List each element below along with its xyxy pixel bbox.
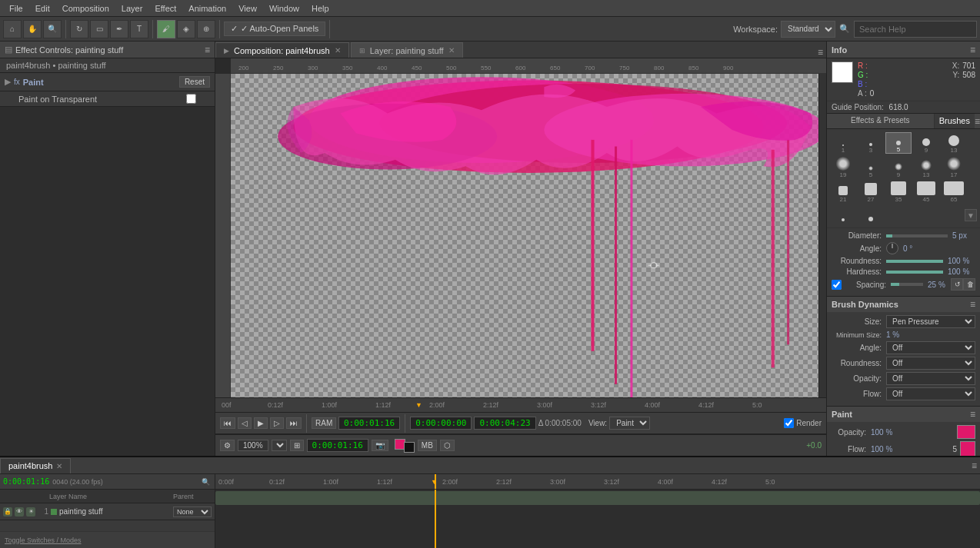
dyn-flow-select[interactable]: Off <box>886 387 975 400</box>
ram-preview-btn[interactable]: RAM <box>312 417 336 429</box>
view-select[interactable]: Paint <box>609 417 650 430</box>
eraser-tool-btn[interactable]: ◈ <box>177 20 195 38</box>
next-frame-btn[interactable]: ▷ <box>270 417 284 429</box>
brush-small-2[interactable] <box>858 206 884 221</box>
timeline-menu-btn[interactable]: ≡ <box>972 460 977 471</box>
spacing-slider[interactable] <box>891 283 923 286</box>
zoom-select[interactable] <box>272 440 287 451</box>
menu-layer[interactable]: Layer <box>115 2 149 15</box>
rect-tool-btn[interactable]: ▭ <box>90 20 108 38</box>
first-frame-btn[interactable]: ⏮ <box>220 417 235 429</box>
prev-frame-btn[interactable]: ◁ <box>238 417 252 429</box>
snapshot-btn[interactable]: 📷 <box>372 440 388 451</box>
menu-file[interactable]: File <box>3 2 29 15</box>
spacing-checkbox[interactable] <box>832 280 842 290</box>
layer-vis-btn[interactable]: 👁 <box>15 507 24 516</box>
layer-lock-btn[interactable]: 🔒 <box>3 507 12 516</box>
brush-21[interactable]: 21 <box>830 181 856 203</box>
panel-options-btn[interactable]: ≡ <box>818 47 823 58</box>
paint-color-swatch[interactable] <box>957 425 975 439</box>
tl-search-btn[interactable]: 🔍 <box>199 476 212 488</box>
comp-settings-btn[interactable]: ⚙ <box>220 440 235 451</box>
layer-parent-select[interactable]: None <box>173 506 212 517</box>
brush-tool-btn[interactable]: 🖌 <box>157 20 175 38</box>
auto-open-btn[interactable]: ✓ ✓ Auto-Open Panels <box>224 22 325 36</box>
comp-tab-active[interactable]: ▶ Composition: paint4brush ✕ <box>215 42 349 58</box>
current-timecode[interactable]: 0:00:01:16 <box>338 417 400 430</box>
home-tool-btn[interactable]: ⌂ <box>3 20 22 38</box>
brush-3[interactable]: 3 <box>858 132 884 154</box>
toggle-label[interactable]: Toggle Switches / Modes <box>5 536 82 544</box>
menu-effect[interactable]: Effect <box>148 2 182 15</box>
draft-btn[interactable]: ⬡ <box>440 440 455 451</box>
pen-tool-btn[interactable]: ✒ <box>110 20 128 38</box>
zoom-tool-btn[interactable]: 🔍 <box>43 20 62 38</box>
menu-help[interactable]: Help <box>305 2 335 15</box>
layer-track-bar[interactable] <box>215 491 980 505</box>
brush-13-soft[interactable]: 13 <box>913 157 939 178</box>
spacing-delete-btn[interactable]: 🗑 <box>963 278 975 291</box>
comp-tab-close[interactable]: ✕ <box>335 46 341 55</box>
playhead[interactable] <box>435 474 436 489</box>
brush-1[interactable]: 1 <box>830 132 856 154</box>
paint-on-transparent-checkbox[interactable] <box>186 94 196 104</box>
layer-tab[interactable]: ⊞ Layer: painting stuff ✕ <box>351 42 463 58</box>
roundness-slider[interactable] <box>886 260 943 263</box>
clone-tool-btn[interactable]: ⊕ <box>197 20 215 38</box>
dynamics-menu-btn[interactable]: ≡ <box>970 299 975 310</box>
reset-button[interactable]: Reset <box>179 76 210 88</box>
brush-19-soft[interactable]: 19 <box>830 157 856 178</box>
info-menu-btn[interactable]: ≡ <box>970 45 975 55</box>
brush-27[interactable]: 27 <box>858 181 884 203</box>
search-help-input[interactable] <box>854 21 977 38</box>
hand-tool-btn[interactable]: ✋ <box>23 20 42 38</box>
paint-header[interactable]: Paint ≡ <box>827 407 980 422</box>
render-checkbox[interactable] <box>784 418 794 428</box>
dyn-opacity-select[interactable]: Off <box>886 372 975 385</box>
workspace-select[interactable]: Standard <box>781 21 835 38</box>
spacing-reset-btn[interactable]: ↺ <box>951 278 963 291</box>
expand-icon[interactable]: ▶ <box>5 77 11 87</box>
layer-tab-close[interactable]: ✕ <box>448 46 455 55</box>
viewer-vscroll[interactable] <box>818 74 826 397</box>
canvas-area[interactable] <box>231 74 826 397</box>
brush-45[interactable]: 45 <box>913 181 939 203</box>
brush-5[interactable]: 5 <box>885 132 912 154</box>
hardness-slider[interactable] <box>886 271 943 274</box>
menu-window[interactable]: Window <box>263 2 305 15</box>
fit-btn[interactable]: ⊞ <box>290 440 304 451</box>
menu-view[interactable]: View <box>232 2 263 15</box>
menu-edit[interactable]: Edit <box>29 2 56 15</box>
diameter-slider[interactable] <box>886 234 948 237</box>
rotate-tool-btn[interactable]: ↻ <box>70 20 88 38</box>
dyn-size-select[interactable]: Pen Pressure <box>886 315 975 328</box>
brushes-menu-btn[interactable]: ≡ <box>975 114 980 128</box>
brush-35[interactable]: 35 <box>885 181 912 203</box>
brush-13[interactable]: 13 <box>941 132 967 154</box>
brushes-tab[interactable]: Brushes <box>935 114 975 128</box>
paint-menu-btn[interactable]: ≡ <box>970 409 975 420</box>
brush-65[interactable]: 65 <box>941 181 967 203</box>
text-tool-btn[interactable]: T <box>130 20 148 38</box>
timeline-tab[interactable]: paint4brush ✕ <box>0 458 71 473</box>
motion-blur-btn[interactable]: MB <box>418 440 437 451</box>
angle-dial[interactable] <box>886 242 898 254</box>
brush-9[interactable]: 9 <box>913 132 939 154</box>
last-frame-btn[interactable]: ⏭ <box>286 417 302 429</box>
brush-scroll-down[interactable]: ▼ <box>965 209 977 221</box>
info-header[interactable]: Info ≡ <box>827 42 980 58</box>
brush-5-soft[interactable]: 5 <box>858 157 884 178</box>
timeline-tab-close[interactable]: ✕ <box>56 462 62 470</box>
effects-presets-tab[interactable]: Effects & Presets <box>827 114 935 128</box>
brush-17-soft[interactable]: 17 <box>941 157 967 178</box>
brush-dynamics-header[interactable]: Brush Dynamics ≡ <box>827 297 980 312</box>
play-btn[interactable]: ▶ <box>254 417 268 429</box>
brush-small-1[interactable] <box>830 206 856 221</box>
dyn-roundness-select[interactable]: Off <box>886 357 975 370</box>
brush-9-soft[interactable]: 9 <box>885 157 912 178</box>
layer-solo-btn[interactable]: ☀ <box>26 507 35 516</box>
bg-color[interactable] <box>404 442 415 453</box>
dyn-angle-select[interactable]: Off <box>886 341 975 354</box>
panel-menu-button[interactable]: ≡ <box>205 45 210 55</box>
menu-composition[interactable]: Composition <box>56 2 115 15</box>
